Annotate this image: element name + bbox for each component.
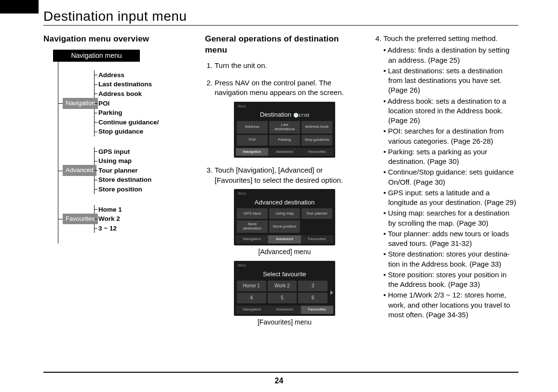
- tree-item: Home 1: [98, 205, 122, 215]
- tree-group-advanced: Advanced GPS input Using map Tour planne…: [43, 147, 186, 194]
- screenshot-advanced: REG Advanced destination GPS input Using…: [234, 189, 335, 245]
- shot-tab: Navigation: [236, 148, 268, 156]
- shot-btn: 4: [237, 293, 266, 303]
- shot-title: Select favourite: [236, 270, 333, 279]
- step-2: Press NAV on the control panel. The navi…: [215, 78, 354, 158]
- tree-item: 3 ~ 12: [98, 224, 122, 233]
- tree-item: Address book: [98, 89, 159, 99]
- nav-menu-root: Navigation menu: [53, 50, 140, 62]
- shot-tab: Advanced: [268, 235, 300, 243]
- shot3-caption: [Favourites] menu: [215, 318, 354, 327]
- steps-list-cont: Touch the preferred setting method. Addr…: [374, 34, 518, 320]
- content-columns: Navigation menu overview Navigation menu…: [43, 34, 518, 335]
- bullet: Last destinations: sets a destina­tion f…: [383, 66, 518, 95]
- shot-time: 17:03: [299, 113, 310, 118]
- bullet: Parking: sets a parking as your destinat…: [383, 147, 518, 167]
- tree-items-advanced: GPS input Using map Tour planner Store d…: [94, 147, 151, 194]
- shot-tab: Advanced: [268, 306, 300, 314]
- page-title: Destination input menu: [43, 9, 187, 24]
- column-nav-overview: Navigation menu overview Navigation menu…: [43, 34, 186, 335]
- tree-item: Continue guidance/: [98, 118, 159, 127]
- shot-btn: Stop guidance: [301, 135, 332, 146]
- heading-general-ops: General operations of desti­nation menu: [205, 34, 354, 56]
- bullet: Store position: stores your position in …: [383, 270, 518, 290]
- shot-title: Advanced destination: [236, 198, 333, 207]
- shot-btn: 5: [268, 293, 297, 303]
- step-4-bullets: Address: finds a destination by setting …: [383, 45, 518, 320]
- title-underline: [43, 25, 518, 26]
- step-4: Touch the preferred setting method. Addr…: [383, 34, 518, 320]
- shot-btn: Address: [237, 121, 268, 134]
- tree-item: GPS input: [98, 147, 151, 157]
- nav-tree: Navigation Address Last destinations Add…: [43, 70, 186, 233]
- tree-item: Store destination: [98, 175, 151, 185]
- tree-item: Using map: [98, 156, 151, 166]
- tree-cat-navigation: Navigation: [63, 98, 98, 109]
- tree-item: Stop guidance: [98, 127, 159, 136]
- shot-tab: Navigation: [236, 235, 268, 243]
- bullet: Tour planner: adds new tours or loads sa…: [383, 229, 518, 249]
- shot-reg: REG: [238, 263, 246, 269]
- shot-btn: 3: [298, 281, 327, 291]
- tree-cat-favourites: Favourites: [63, 214, 98, 225]
- tree-item: Tour planner: [98, 166, 151, 176]
- tree-items-favourites: Home 1 Work 2 3 ~ 12: [94, 205, 122, 233]
- shot-btn: Using map: [269, 208, 300, 219]
- shot-btn: Store destination: [237, 220, 268, 233]
- tree-item: POI: [98, 99, 159, 108]
- bullet: GPS input: sets a latitude and a longitu…: [383, 188, 518, 208]
- bullet: Store destination: stores your destina­t…: [383, 249, 518, 269]
- shot-btn: Address book: [301, 121, 332, 134]
- arrow-right-icon: [330, 290, 333, 295]
- corner-tab: [0, 0, 39, 14]
- tree-group-navigation: Navigation Address Last destinations Add…: [43, 70, 186, 136]
- bullet: Continue/Stop guidance: sets guidance On…: [383, 167, 518, 187]
- shot-tab: Favourites: [301, 148, 333, 156]
- shot-btn: POI: [237, 135, 268, 146]
- shot-btn: Store position: [269, 220, 300, 233]
- shot-btn: GPS input: [237, 208, 268, 219]
- bullet: Address: finds a destination by setting …: [383, 45, 518, 65]
- tree-cat-advanced: Advanced: [63, 165, 96, 176]
- shot-btn: Home 1: [237, 281, 266, 291]
- shot-title: Destination: [260, 111, 291, 118]
- bottom-rule: [43, 372, 518, 373]
- shot-btn: Parking: [269, 135, 300, 146]
- shot-tab: Favourites: [301, 235, 333, 243]
- shot-tab: Advanced: [268, 148, 300, 156]
- step-1: Turn the unit on.: [215, 61, 354, 70]
- tree-item: Last destinations: [98, 80, 159, 89]
- steps-list: Turn the unit on. Press NAV on the contr…: [205, 61, 354, 327]
- shot2-caption: [Advanced] menu: [215, 247, 354, 257]
- heading-nav-overview: Navigation menu overview: [43, 34, 186, 45]
- tree-item: Parking: [98, 108, 159, 118]
- tree-item: Address: [98, 70, 159, 80]
- shot-btn: Work 2: [268, 281, 297, 291]
- shot-reg: REG: [238, 191, 246, 197]
- step-2-text: Press NAV on the control panel. The navi…: [215, 79, 344, 96]
- shot-tab: Navigation: [236, 306, 268, 314]
- step-4-intro: Touch the preferred setting method.: [383, 34, 498, 42]
- shot-tab: Favourites: [301, 306, 333, 314]
- shot-btn: 6: [298, 293, 327, 303]
- screenshot-destination: REG Destination 🕐17:03 Address Last dest…: [234, 102, 335, 158]
- step-3: Touch [Navigation], [Advanced] or [Favou…: [215, 165, 354, 326]
- shot-btn: Tour planner: [301, 208, 332, 219]
- column-general-ops: General operations of desti­nation menu …: [205, 34, 354, 335]
- step-3-text: Touch [Navigation], [Advanced] or [Favou…: [215, 166, 343, 184]
- tree-items-navigation: Address Last destinations Address book P…: [94, 70, 159, 136]
- shot-reg: REG: [238, 104, 246, 109]
- tree-item: Store position: [98, 185, 151, 194]
- bullet: Address book: sets a destination to a lo…: [383, 96, 518, 126]
- tree-group-favourites: Favourites Home 1 Work 2 3 ~ 12: [43, 205, 186, 233]
- bullet: Home 1/Work 2/3 ~ 12: stores home, work,…: [383, 290, 518, 320]
- bullet: POI: searches for a destination from var…: [383, 126, 518, 146]
- page-number: 24: [0, 377, 558, 385]
- screenshot-favourites: REG Select favourite Home 1 Work 2 3 4 5…: [234, 261, 335, 315]
- bullet: Using map: searches for a destina­tion b…: [383, 208, 518, 228]
- column-step4: Touch the preferred setting method. Addr…: [374, 34, 518, 335]
- shot-btn: Last destinations: [269, 121, 300, 134]
- tree-item: Work 2: [98, 214, 122, 224]
